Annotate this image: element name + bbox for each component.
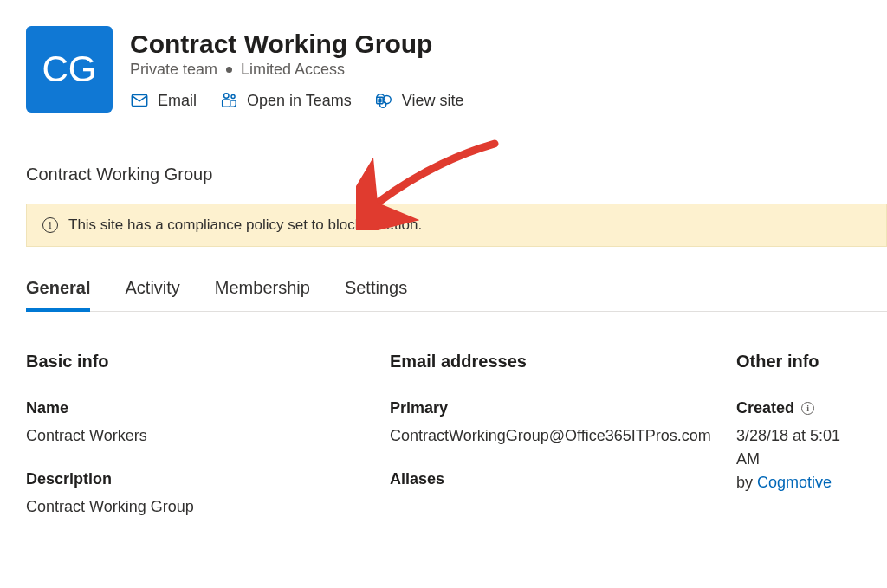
primary-email-value: ContractWorkingGroup@Office365ITPros.com [390,424,719,448]
email-addresses-heading: Email addresses [390,352,719,372]
description-label: Description [26,470,372,488]
sharepoint-icon: S [374,91,393,110]
email-action[interactable]: Email [130,91,197,110]
created-value: 3/28/18 at 5:01 AM by Cogmotive [736,424,861,494]
tab-membership[interactable]: Membership [215,278,310,311]
compliance-notice: i This site has a compliance policy set … [26,204,887,247]
privacy-label: Private team [130,61,217,79]
svg-text:S: S [378,97,381,103]
basic-info-heading: Basic info [26,352,372,372]
mail-icon [130,91,149,110]
info-icon: i [42,217,58,233]
group-title: Contract Working Group [130,29,463,59]
info-icon[interactable]: i [801,402,814,415]
email-action-label: Email [158,92,197,110]
created-label: Created i [736,399,861,417]
compliance-notice-text: This site has a compliance policy set to… [68,216,422,234]
tab-general[interactable]: General [26,278,90,312]
svg-point-2 [231,94,235,98]
svg-rect-3 [223,100,230,107]
name-label: Name [26,399,372,417]
other-info-heading: Other info [736,352,861,372]
svg-rect-0 [132,95,146,107]
description-value: Contract Working Group [26,495,372,519]
teams-icon [219,91,238,110]
tab-settings[interactable]: Settings [345,278,407,311]
view-site-action[interactable]: S View site [374,91,464,110]
page-subheading: Contract Working Group [26,165,861,184]
separator-dot [226,67,232,73]
view-site-label: View site [402,92,464,110]
created-by-link[interactable]: Cogmotive [757,474,832,491]
tab-activity[interactable]: Activity [125,278,179,311]
open-in-teams-label: Open in Teams [247,92,352,110]
open-in-teams-action[interactable]: Open in Teams [219,91,352,110]
access-label: Limited Access [241,61,345,79]
svg-point-1 [224,94,230,99]
tab-bar: General Activity Membership Settings [26,278,887,312]
name-value: Contract Workers [26,424,372,448]
group-avatar: CG [26,26,113,113]
primary-email-label: Primary [390,399,719,417]
aliases-label: Aliases [390,470,719,488]
